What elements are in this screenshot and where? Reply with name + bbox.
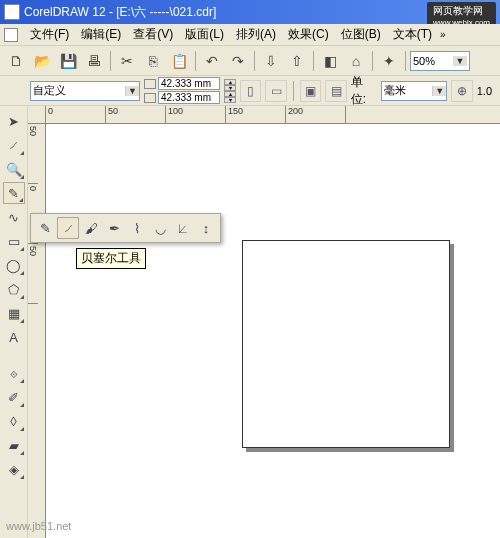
ruler-vertical[interactable]: 50 0 50 [28,124,46,538]
height-icon [144,93,156,103]
save-button[interactable]: 💾 [56,49,80,73]
menu-file[interactable]: 文件(F) [24,24,75,45]
zoom-combo[interactable]: ▼ [410,51,470,71]
app-launcher-button[interactable]: ◧ [318,49,342,73]
paste-button[interactable]: 📋 [167,49,191,73]
shape-tool[interactable]: ⟋ [3,134,25,156]
standard-toolbar: 🗋 📂 💾 🖶 ✂ ⎘ 📋 ↶ ↷ ⇩ ⇧ ◧ ⌂ ✦ ▼ [0,46,500,76]
page-dimensions: 42.333 mm 42.333 mm [144,77,220,104]
title-bar: CorelDRAW 12 - [E:\六 -----\021.cdr] [0,0,500,24]
watermark-bottom-left: www.jb51.net [6,520,71,532]
dimension-tool[interactable]: ↕ [195,217,217,239]
export-button[interactable]: ⇧ [285,49,309,73]
menu-arrange[interactable]: 排列(A) [230,24,282,45]
menu-view[interactable]: 查看(V) [127,24,179,45]
tooltip: 贝塞尔工具 [76,248,146,269]
graph-paper-tool[interactable]: ▦ [3,302,25,324]
text-tool[interactable]: A [3,326,25,348]
toolbox: ➤ ⟋ 🔍 ✎ ∿ ▭ ◯ ⬠ ▦ A ⟐ ✐ ◊ ▰ ◈ [0,106,28,538]
page-height-input[interactable]: 42.333 mm [158,91,220,104]
doc-icon [4,28,18,42]
nudge-icon: ⊕ [451,80,472,102]
page[interactable] [242,240,450,448]
cut-button[interactable]: ✂ [115,49,139,73]
polyline-tool[interactable]: ⌇ [126,217,148,239]
dimension-spinners[interactable]: ▴▾▴▾ [224,79,236,103]
freehand-tool[interactable]: ✎ [3,182,25,204]
page-layout-button-2[interactable]: ▤ [325,80,346,102]
menu-effects[interactable]: 效果(C) [282,24,335,45]
zoom-dropdown-icon[interactable]: ▼ [453,56,467,66]
rectangle-tool[interactable]: ▭ [3,230,25,252]
pick-tool[interactable]: ➤ [3,110,25,132]
paper-size-input[interactable] [31,85,125,97]
artistic-media-tool[interactable]: 🖌 [80,217,102,239]
copy-button[interactable]: ⎘ [141,49,165,73]
bezier-tool[interactable]: ⟋ [57,217,79,239]
menu-layout[interactable]: 版面(L) [179,24,230,45]
canvas[interactable] [46,124,500,538]
pen-tool[interactable]: ✒ [103,217,125,239]
tool-options-button[interactable]: ✦ [377,49,401,73]
page-layout-button-1[interactable]: ▣ [300,80,321,102]
eyedropper-tool[interactable]: ✐ [3,386,25,408]
main-area: ➤ ⟋ 🔍 ✎ ∿ ▭ ◯ ⬠ ▦ A ⟐ ✐ ◊ ▰ ◈ 0 50 100 1… [0,106,500,538]
menu-bitmap[interactable]: 位图(B) [335,24,387,45]
polygon-tool[interactable]: ⬠ [3,278,25,300]
dropdown-icon[interactable]: ▼ [432,86,446,96]
unit-input[interactable] [382,85,432,97]
ruler-horizontal[interactable]: 0 50 100 150 200 [46,106,500,124]
width-icon [144,79,156,89]
nudge-value: 1.0 [477,85,492,97]
open-button[interactable]: 📂 [30,49,54,73]
redo-button[interactable]: ↷ [226,49,250,73]
menu-text[interactable]: 文本(T) [387,24,438,45]
landscape-button[interactable]: ▭ [265,80,286,102]
connector-tool[interactable]: ⟀ [172,217,194,239]
drawing-area: 0 50 100 150 200 50 0 50 [28,106,500,538]
print-button[interactable]: 🖶 [82,49,106,73]
import-button[interactable]: ⇩ [259,49,283,73]
menu-edit[interactable]: 编辑(E) [75,24,127,45]
menu-bar: 文件(F) 编辑(E) 查看(V) 版面(L) 排列(A) 效果(C) 位图(B… [0,24,500,46]
outline-tool[interactable]: ◊ [3,410,25,432]
curve-flyout: ✎ ⟋ 🖌 ✒ ⌇ ◡ ⟀ ↕ [30,213,221,243]
3point-curve-tool[interactable]: ◡ [149,217,171,239]
interactive-fill-tool[interactable]: ◈ [3,458,25,480]
property-bar: ▼ 42.333 mm 42.333 mm ▴▾▴▾ ▯ ▭ ▣ ▤ 单位: ▼… [0,76,500,106]
corel-online-button[interactable]: ⌂ [344,49,368,73]
ruler-origin[interactable] [28,106,46,124]
portrait-button[interactable]: ▯ [240,80,261,102]
page-width-input[interactable]: 42.333 mm [158,77,220,90]
dropdown-icon[interactable]: ▼ [125,86,139,96]
unit-label: 单位: [351,74,378,108]
menu-overflow-icon[interactable]: » [440,29,446,40]
ellipse-tool[interactable]: ◯ [3,254,25,276]
fill-tool[interactable]: ▰ [3,434,25,456]
zoom-tool[interactable]: 🔍 [3,158,25,180]
window-title: CorelDRAW 12 - [E:\六 -----\021.cdr] [24,4,216,21]
undo-button[interactable]: ↶ [200,49,224,73]
app-icon [4,4,20,20]
unit-combo[interactable]: ▼ [381,81,447,101]
smart-draw-tool[interactable]: ∿ [3,206,25,228]
new-button[interactable]: 🗋 [4,49,28,73]
freehand-tool-flyout[interactable]: ✎ [34,217,56,239]
interactive-blend-tool[interactable]: ⟐ [3,362,25,384]
zoom-input[interactable] [413,55,453,67]
paper-size-combo[interactable]: ▼ [30,81,140,101]
